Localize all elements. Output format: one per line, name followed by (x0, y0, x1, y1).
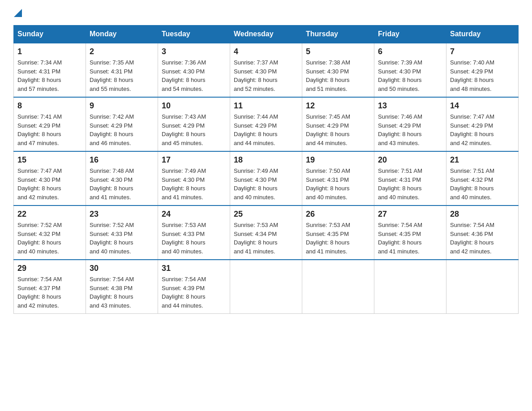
calendar-cell: 17 Sunrise: 7:49 AMSunset: 4:30 PMDaylig… (158, 151, 230, 206)
calendar-cell: 25 Sunrise: 7:53 AMSunset: 4:34 PMDaylig… (230, 206, 302, 260)
calendar-cell: 1 Sunrise: 7:34 AMSunset: 4:31 PMDayligh… (14, 43, 86, 97)
day-number: 20 (378, 155, 442, 165)
day-number: 14 (450, 101, 515, 111)
day-number: 2 (90, 47, 154, 56)
day-number: 9 (90, 101, 154, 111)
day-info: Sunrise: 7:53 AMSunset: 4:34 PMDaylight:… (234, 221, 298, 256)
day-number: 31 (162, 264, 226, 273)
day-info: Sunrise: 7:50 AMSunset: 4:31 PMDaylight:… (306, 167, 370, 201)
calendar-week-row: 15 Sunrise: 7:47 AMSunset: 4:30 PMDaylig… (14, 151, 519, 206)
calendar-cell: 27 Sunrise: 7:54 AMSunset: 4:35 PMDaylig… (374, 206, 446, 260)
calendar-cell: 3 Sunrise: 7:36 AMSunset: 4:30 PMDayligh… (158, 43, 230, 97)
day-number: 17 (162, 155, 226, 165)
header-wednesday: Wednesday (230, 26, 302, 43)
day-number: 3 (162, 47, 226, 56)
day-number: 25 (234, 210, 298, 219)
day-info: Sunrise: 7:34 AMSunset: 4:31 PMDaylight:… (17, 58, 82, 93)
calendar-cell: 30 Sunrise: 7:54 AMSunset: 4:38 PMDaylig… (86, 260, 158, 314)
day-info: Sunrise: 7:54 AMSunset: 4:36 PMDaylight:… (450, 221, 515, 256)
calendar-week-row: 29 Sunrise: 7:54 AMSunset: 4:37 PMDaylig… (14, 260, 519, 314)
day-number: 15 (17, 155, 82, 165)
header-sunday: Sunday (14, 26, 86, 43)
header-tuesday: Tuesday (158, 26, 230, 43)
calendar-cell: 15 Sunrise: 7:47 AMSunset: 4:30 PMDaylig… (14, 151, 86, 206)
day-number: 16 (90, 155, 154, 165)
day-info: Sunrise: 7:41 AMSunset: 4:29 PMDaylight:… (17, 112, 82, 147)
day-number: 27 (378, 210, 442, 219)
day-info: Sunrise: 7:54 AMSunset: 4:35 PMDaylight:… (378, 221, 442, 256)
calendar-cell: 6 Sunrise: 7:39 AMSunset: 4:30 PMDayligh… (374, 43, 446, 97)
calendar-cell: 29 Sunrise: 7:54 AMSunset: 4:37 PMDaylig… (14, 260, 86, 314)
calendar-cell: 5 Sunrise: 7:38 AMSunset: 4:30 PMDayligh… (302, 43, 374, 97)
day-info: Sunrise: 7:47 AMSunset: 4:30 PMDaylight:… (17, 167, 82, 201)
calendar-cell: 8 Sunrise: 7:41 AMSunset: 4:29 PMDayligh… (14, 97, 86, 151)
page-header (13, 9, 519, 16)
day-info: Sunrise: 7:49 AMSunset: 4:30 PMDaylight:… (162, 167, 226, 201)
day-info: Sunrise: 7:53 AMSunset: 4:33 PMDaylight:… (162, 221, 226, 256)
day-info: Sunrise: 7:43 AMSunset: 4:29 PMDaylight:… (162, 112, 226, 147)
calendar-cell: 28 Sunrise: 7:54 AMSunset: 4:36 PMDaylig… (446, 206, 519, 260)
day-number: 1 (17, 47, 82, 56)
calendar-cell: 22 Sunrise: 7:52 AMSunset: 4:32 PMDaylig… (14, 206, 86, 260)
calendar-cell: 11 Sunrise: 7:44 AMSunset: 4:29 PMDaylig… (230, 97, 302, 151)
day-info: Sunrise: 7:38 AMSunset: 4:30 PMDaylight:… (306, 58, 370, 93)
day-info: Sunrise: 7:46 AMSunset: 4:29 PMDaylight:… (378, 112, 442, 147)
calendar-cell: 31 Sunrise: 7:54 AMSunset: 4:39 PMDaylig… (158, 260, 230, 314)
header-monday: Monday (86, 26, 158, 43)
day-info: Sunrise: 7:52 AMSunset: 4:33 PMDaylight:… (90, 221, 154, 256)
day-number: 11 (234, 101, 298, 111)
calendar-cell: 23 Sunrise: 7:52 AMSunset: 4:33 PMDaylig… (86, 206, 158, 260)
day-info: Sunrise: 7:45 AMSunset: 4:29 PMDaylight:… (306, 112, 370, 147)
day-number: 8 (17, 101, 82, 111)
day-info: Sunrise: 7:54 AMSunset: 4:39 PMDaylight:… (162, 275, 226, 310)
day-number: 4 (234, 47, 298, 56)
calendar-cell: 12 Sunrise: 7:45 AMSunset: 4:29 PMDaylig… (302, 97, 374, 151)
day-number: 26 (306, 210, 370, 219)
calendar-cell (374, 260, 446, 314)
calendar-cell: 16 Sunrise: 7:48 AMSunset: 4:30 PMDaylig… (86, 151, 158, 206)
calendar-cell: 19 Sunrise: 7:50 AMSunset: 4:31 PMDaylig… (302, 151, 374, 206)
calendar-cell: 14 Sunrise: 7:47 AMSunset: 4:29 PMDaylig… (446, 97, 519, 151)
day-number: 22 (17, 210, 82, 219)
logo (13, 9, 22, 16)
day-number: 12 (306, 101, 370, 111)
day-info: Sunrise: 7:54 AMSunset: 4:38 PMDaylight:… (90, 275, 154, 310)
calendar-cell: 20 Sunrise: 7:51 AMSunset: 4:31 PMDaylig… (374, 151, 446, 206)
day-number: 10 (162, 101, 226, 111)
day-info: Sunrise: 7:37 AMSunset: 4:30 PMDaylight:… (234, 58, 298, 93)
calendar-cell (446, 260, 519, 314)
day-number: 21 (450, 155, 515, 165)
day-number: 13 (378, 101, 442, 111)
day-number: 7 (450, 47, 515, 56)
calendar-cell (302, 260, 374, 314)
day-number: 23 (90, 210, 154, 219)
logo-triangle-icon (14, 9, 22, 17)
day-info: Sunrise: 7:42 AMSunset: 4:29 PMDaylight:… (90, 112, 154, 147)
calendar-cell: 13 Sunrise: 7:46 AMSunset: 4:29 PMDaylig… (374, 97, 446, 151)
calendar-cell: 2 Sunrise: 7:35 AMSunset: 4:31 PMDayligh… (86, 43, 158, 97)
calendar-body: 1 Sunrise: 7:34 AMSunset: 4:31 PMDayligh… (14, 43, 519, 314)
header-friday: Friday (374, 26, 446, 43)
day-number: 19 (306, 155, 370, 165)
day-info: Sunrise: 7:51 AMSunset: 4:31 PMDaylight:… (378, 167, 442, 201)
day-info: Sunrise: 7:39 AMSunset: 4:30 PMDaylight:… (378, 58, 442, 93)
day-info: Sunrise: 7:35 AMSunset: 4:31 PMDaylight:… (90, 58, 154, 93)
calendar-header: Sunday Monday Tuesday Wednesday Thursday… (14, 26, 519, 43)
calendar-week-row: 22 Sunrise: 7:52 AMSunset: 4:32 PMDaylig… (14, 206, 519, 260)
calendar-cell: 9 Sunrise: 7:42 AMSunset: 4:29 PMDayligh… (86, 97, 158, 151)
calendar-cell: 7 Sunrise: 7:40 AMSunset: 4:29 PMDayligh… (446, 43, 519, 97)
calendar-table: Sunday Monday Tuesday Wednesday Thursday… (13, 25, 519, 314)
calendar-week-row: 1 Sunrise: 7:34 AMSunset: 4:31 PMDayligh… (14, 43, 519, 97)
day-number: 30 (90, 264, 154, 273)
day-number: 29 (17, 264, 82, 273)
day-info: Sunrise: 7:51 AMSunset: 4:32 PMDaylight:… (450, 167, 515, 201)
header-saturday: Saturday (446, 26, 519, 43)
calendar-week-row: 8 Sunrise: 7:41 AMSunset: 4:29 PMDayligh… (14, 97, 519, 151)
day-number: 6 (378, 47, 442, 56)
day-info: Sunrise: 7:47 AMSunset: 4:29 PMDaylight:… (450, 112, 515, 147)
day-info: Sunrise: 7:49 AMSunset: 4:30 PMDaylight:… (234, 167, 298, 201)
day-info: Sunrise: 7:53 AMSunset: 4:35 PMDaylight:… (306, 221, 370, 256)
logo-general-text (13, 9, 22, 18)
day-info: Sunrise: 7:54 AMSunset: 4:37 PMDaylight:… (17, 275, 82, 310)
day-number: 24 (162, 210, 226, 219)
